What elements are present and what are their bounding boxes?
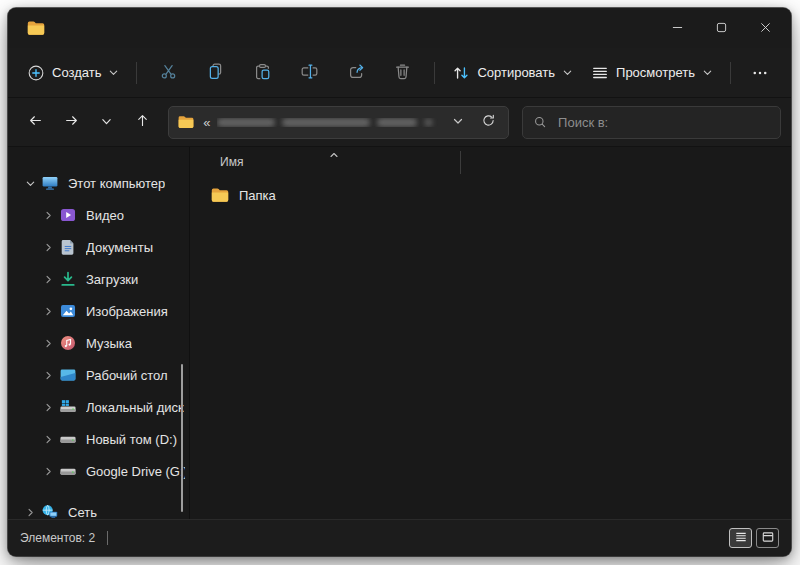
sidebar-item-documents-folder[interactable]: Документы bbox=[12, 231, 185, 263]
chevron-right-icon[interactable] bbox=[22, 504, 38, 520]
refresh-button[interactable] bbox=[476, 110, 500, 134]
details-view-button[interactable] bbox=[729, 528, 752, 548]
navigation-bar: « bbox=[8, 98, 791, 147]
copy-button[interactable] bbox=[196, 56, 235, 90]
toolbar-separator bbox=[730, 62, 731, 84]
sidebar-item-drive[interactable]: Новый том (D:) bbox=[12, 423, 185, 455]
sidebar-item-label: Видео bbox=[86, 208, 124, 223]
new-button[interactable]: Создать bbox=[18, 57, 128, 89]
column-header-name[interactable]: Имя bbox=[220, 155, 243, 169]
chevron-right-icon[interactable] bbox=[40, 463, 56, 479]
back-button[interactable] bbox=[20, 106, 52, 138]
sidebar-item-desktop-folder[interactable]: Рабочий стол bbox=[12, 359, 185, 391]
chevron-right-icon[interactable] bbox=[40, 399, 56, 415]
close-button[interactable] bbox=[743, 8, 787, 48]
redacted-path-segment bbox=[424, 118, 433, 127]
sort-ascending-icon bbox=[328, 149, 340, 161]
sidebar-item-this-pc[interactable]: Этот компьютер bbox=[12, 167, 185, 199]
address-path-redacted[interactable] bbox=[217, 118, 441, 127]
paste-button[interactable] bbox=[243, 56, 282, 90]
search-box[interactable] bbox=[522, 106, 781, 139]
system-drive-icon bbox=[59, 398, 77, 416]
column-resize-handle[interactable] bbox=[460, 151, 461, 174]
share-button[interactable] bbox=[337, 56, 376, 90]
chevron-right-icon[interactable] bbox=[40, 303, 56, 319]
chevron-right-icon[interactable] bbox=[40, 207, 56, 223]
column-header-row: Имя bbox=[190, 147, 791, 177]
sidebar-item-label: Локальный диск bbox=[86, 400, 184, 415]
sort-button[interactable]: Сортировать bbox=[443, 57, 582, 89]
up-button[interactable] bbox=[127, 106, 159, 138]
cut-button[interactable] bbox=[149, 56, 188, 90]
sidebar-item-network[interactable]: Сеть bbox=[12, 496, 185, 528]
chevron-right-icon[interactable] bbox=[40, 431, 56, 447]
chevron-down-icon bbox=[702, 67, 713, 78]
view-button[interactable]: Просмотреть bbox=[582, 57, 722, 89]
file-name-label: Папка bbox=[239, 188, 276, 203]
sidebar-item-drive[interactable]: Google Drive (G:) bbox=[12, 455, 185, 487]
forward-button[interactable] bbox=[56, 106, 88, 138]
file-row[interactable]: Папка bbox=[196, 180, 446, 210]
refresh-icon bbox=[481, 113, 496, 131]
sidebar-item-label: Этот компьютер bbox=[68, 176, 165, 191]
command-toolbar: Создать Сортировать Просмотреть bbox=[8, 48, 791, 98]
ellipsis-icon bbox=[751, 64, 769, 82]
recent-locations-button[interactable] bbox=[91, 106, 123, 138]
pictures-folder-icon bbox=[59, 302, 77, 320]
plus-circle-icon bbox=[27, 64, 45, 82]
view-lines-icon bbox=[591, 64, 609, 82]
file-list: Папка bbox=[190, 180, 791, 210]
address-bar[interactable]: « bbox=[168, 106, 509, 139]
sidebar-item-music-folder[interactable]: Музыка bbox=[12, 327, 185, 359]
sidebar-item-system-drive[interactable]: Локальный диск bbox=[12, 391, 185, 423]
redacted-path-segment bbox=[282, 118, 370, 127]
sidebar-item-label: Документы bbox=[86, 240, 153, 255]
folder-icon bbox=[210, 185, 230, 205]
details-view-icon bbox=[734, 531, 748, 546]
close-icon bbox=[760, 21, 771, 36]
delete-button[interactable] bbox=[384, 56, 423, 90]
maximize-icon bbox=[716, 21, 727, 36]
title-bar bbox=[8, 8, 791, 48]
this-pc-icon bbox=[41, 174, 59, 192]
minimize-icon bbox=[672, 21, 683, 36]
sidebar-item-downloads-folder[interactable]: Загрузки bbox=[12, 263, 185, 295]
new-button-label: Создать bbox=[52, 65, 101, 80]
maximize-button[interactable] bbox=[699, 8, 743, 48]
sidebar-item-label: Загрузки bbox=[86, 272, 138, 287]
more-options-button[interactable] bbox=[739, 57, 781, 89]
sidebar-item-label: Новый том (D:) bbox=[86, 432, 177, 447]
sidebar-item-video-folder[interactable]: Видео bbox=[12, 199, 185, 231]
chevron-right-icon[interactable] bbox=[40, 239, 56, 255]
delete-icon bbox=[393, 62, 412, 84]
minimize-button[interactable] bbox=[655, 8, 699, 48]
search-input[interactable] bbox=[556, 114, 770, 131]
sort-arrows-icon bbox=[452, 64, 470, 82]
previous-locations-button[interactable] bbox=[446, 110, 470, 134]
items-count-label: Элементов: 2 bbox=[20, 531, 95, 545]
navigation-pane: Этот компьютерВидеоДокументыЗагрузкиИзоб… bbox=[8, 147, 190, 519]
thumbnails-view-button[interactable] bbox=[756, 528, 779, 548]
file-explorer-window: Создать Сортировать Просмотреть bbox=[8, 8, 791, 556]
sidebar-scrollbar[interactable] bbox=[181, 364, 184, 512]
documents-folder-icon bbox=[59, 238, 77, 256]
chevron-down-icon[interactable] bbox=[22, 175, 38, 191]
chevron-right-icon[interactable] bbox=[40, 335, 56, 351]
sort-button-label: Сортировать bbox=[477, 65, 555, 80]
thumbnails-view-icon bbox=[761, 531, 775, 546]
sidebar-item-label: Музыка bbox=[86, 336, 132, 351]
view-button-label: Просмотреть bbox=[616, 65, 695, 80]
toolbar-separator bbox=[434, 62, 435, 84]
search-icon bbox=[533, 115, 547, 129]
redacted-path-segment bbox=[217, 118, 275, 127]
sidebar-item-label: Рабочий стол bbox=[86, 368, 168, 383]
rename-button[interactable] bbox=[290, 56, 329, 90]
back-arrow-icon bbox=[28, 113, 43, 131]
sidebar-item-label: Изображения bbox=[86, 304, 168, 319]
chevron-down-icon bbox=[562, 67, 573, 78]
video-folder-icon bbox=[59, 206, 77, 224]
main-area: Этот компьютерВидеоДокументыЗагрузкиИзоб… bbox=[8, 147, 791, 519]
chevron-right-icon[interactable] bbox=[40, 271, 56, 287]
sidebar-item-pictures-folder[interactable]: Изображения bbox=[12, 295, 185, 327]
chevron-right-icon[interactable] bbox=[40, 367, 56, 383]
